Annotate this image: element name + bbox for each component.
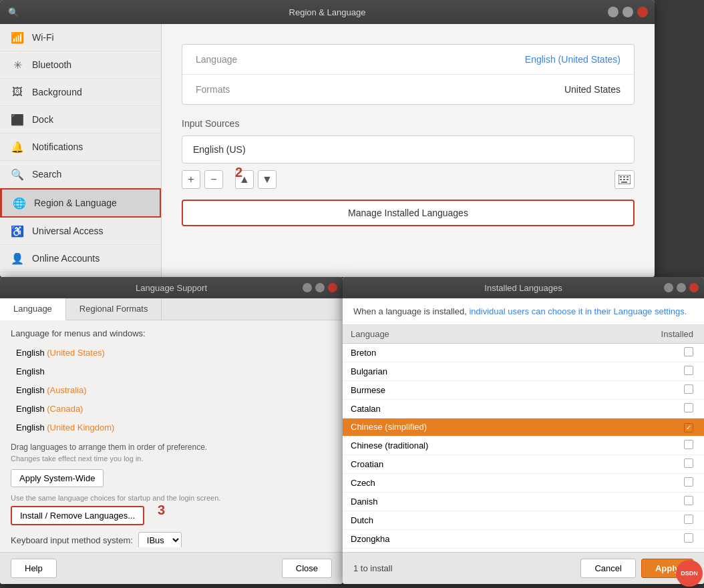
sidebar-item-label: Background <box>32 87 82 97</box>
lang-support-content: Language for menus and windows: English … <box>0 320 343 547</box>
table-row[interactable]: Czech <box>343 473 704 492</box>
lang-installed-checkbox[interactable] <box>576 492 704 511</box>
add-input-button[interactable]: + <box>182 170 200 189</box>
ls-minimize-button[interactable] <box>303 283 312 292</box>
sidebar-item-universal[interactable]: ♿ Universal Access <box>0 218 161 245</box>
lang-name: Catalan <box>343 400 576 418</box>
drag-note: Drag languages to arrange them in order … <box>11 443 332 452</box>
online-icon: 👤 <box>11 252 24 265</box>
sidebar-item-search[interactable]: 🔍 Search 1 <box>0 161 161 188</box>
ls-close-button[interactable] <box>328 283 337 292</box>
installed-langs-titlebar: Installed Languages <box>343 277 704 298</box>
lang-installed-checkbox[interactable] <box>576 455 704 473</box>
sidebar-item-bluetooth[interactable]: ✳ Bluetooth <box>0 51 161 79</box>
languages-table: Language Installed BretonBulgarianBurmes… <box>343 325 704 552</box>
table-row[interactable]: Croatian <box>343 455 704 473</box>
cancel-button[interactable]: Cancel <box>580 559 635 578</box>
lang-installed-checkbox[interactable]: ✓ <box>576 418 704 436</box>
lang-installed-checkbox[interactable] <box>576 436 704 455</box>
apply-system-wide-button[interactable]: Apply System-Wide <box>11 469 104 487</box>
ls-maximize-button[interactable] <box>315 283 325 292</box>
move-down-button[interactable]: ▼ <box>258 170 277 189</box>
manage-languages-button[interactable]: Manage Installed Languages <box>182 200 635 226</box>
list-item[interactable]: English (United States) <box>11 344 332 362</box>
sidebar-item-online[interactable]: 👤 Online Accounts <box>0 245 161 272</box>
ls-close-btn[interactable]: Close <box>282 559 332 578</box>
settings-window-title: Region & Language <box>289 7 366 17</box>
titlebar-controls <box>608 7 648 17</box>
background-icon: 🖼 <box>11 85 24 99</box>
table-row[interactable]: Dzongkha <box>343 529 704 548</box>
lang-installed-checkbox[interactable] <box>576 529 704 548</box>
input-toolbar: + − 2 ▲ ▼ <box>182 170 635 189</box>
lang-subtitle: Language for menus and windows: <box>11 328 332 338</box>
settings-window: 🔍 Region & Language 📶 Wi-Fi ✳ Bluetooth … <box>0 0 655 277</box>
language-row-item[interactable]: Language English (United States) <box>182 45 634 75</box>
main-content: Language English (United States) Formats… <box>162 24 655 277</box>
list-item[interactable]: English (Canada) <box>11 400 332 418</box>
tab-language[interactable]: Language <box>0 298 66 320</box>
lang-installed-checkbox[interactable] <box>576 362 704 381</box>
table-row[interactable]: Danish <box>343 492 704 511</box>
annotation-2: 2 <box>235 165 242 180</box>
install-remove-container: Install / Remove Languages... 3 <box>11 506 144 525</box>
il-maximize-button[interactable] <box>677 283 686 292</box>
input-sources-title: Input Sources <box>182 118 635 129</box>
lang-installed-checkbox[interactable] <box>576 511 704 529</box>
table-row[interactable]: Dutch <box>343 511 704 529</box>
lang-support-bottom-bar: Help Close <box>0 552 343 584</box>
formats-label: Formats <box>196 84 230 95</box>
lang-support-controls <box>303 283 337 292</box>
input-source-item: English (US) <box>182 135 635 164</box>
sidebar-item-notifications[interactable]: 🔔 Notifications <box>0 133 161 161</box>
list-item[interactable]: English (Australia) <box>11 381 332 400</box>
col-installed: Installed <box>576 325 704 344</box>
remove-input-button[interactable]: − <box>204 170 223 189</box>
maximize-button[interactable] <box>623 7 633 17</box>
kbd-label: Keyboard input method system: <box>11 535 133 545</box>
lang-installed-checkbox[interactable] <box>576 381 704 400</box>
list-item[interactable]: English <box>11 362 332 381</box>
il-minimize-button[interactable] <box>664 283 673 292</box>
sidebar-item-background[interactable]: 🖼 Background <box>0 79 161 106</box>
kbd-input-row: Keyboard input method system: IBus <box>11 532 332 547</box>
install-remove-button[interactable]: Install / Remove Languages... <box>11 506 144 525</box>
lang-name: Croatian <box>343 455 576 473</box>
notifications-icon: 🔔 <box>11 140 24 154</box>
lang-installed-checkbox[interactable] <box>576 344 704 362</box>
sidebar-item-dock[interactable]: ⬛ Dock <box>0 106 161 133</box>
help-button[interactable]: Help <box>11 559 57 578</box>
installed-langs-body: Language Installed BretonBulgarianBurmes… <box>343 325 704 552</box>
table-row[interactable]: Chinese (traditional) <box>343 436 704 455</box>
lang-name: Czech <box>343 473 576 492</box>
table-row[interactable]: Catalan <box>343 400 704 418</box>
table-row[interactable]: Burmese <box>343 381 704 400</box>
keyboard-preview-button[interactable] <box>614 170 635 189</box>
sidebar: 📶 Wi-Fi ✳ Bluetooth 🖼 Background ⬛ Dock … <box>0 24 162 277</box>
lang-installed-checkbox[interactable] <box>576 473 704 492</box>
formats-row-item[interactable]: Formats United States <box>182 75 634 104</box>
list-item[interactable]: English (United Kingdom) <box>11 418 332 437</box>
lang-installed-checkbox[interactable] <box>576 400 704 418</box>
sidebar-item-wifi[interactable]: 📶 Wi-Fi <box>0 24 161 51</box>
drag-sub: Changes take effect next time you log in… <box>11 455 332 463</box>
language-support-window: Language Support Language Regional Forma… <box>0 277 343 584</box>
close-button[interactable] <box>637 7 648 17</box>
il-close-button[interactable] <box>689 283 699 292</box>
minimize-button[interactable] <box>608 7 619 17</box>
sidebar-item-region[interactable]: 🌐 Region & Language <box>0 188 161 218</box>
svg-rect-1 <box>620 176 622 178</box>
table-row[interactable]: Chinese (simplified)✓ <box>343 418 704 436</box>
search-icon: 🔍 <box>8 7 19 17</box>
tab-regional[interactable]: Regional Formats <box>66 298 162 320</box>
table-row[interactable]: Bulgarian <box>343 362 704 381</box>
table-row[interactable]: Breton <box>343 344 704 362</box>
lang-name: Burmese <box>343 381 576 400</box>
lang-support-tabs: Language Regional Formats <box>0 298 343 320</box>
universal-icon: ♿ <box>11 224 24 238</box>
svg-rect-6 <box>627 179 629 180</box>
svg-rect-2 <box>623 176 625 178</box>
col-language: Language <box>343 325 576 344</box>
language-label: Language <box>196 54 237 65</box>
kbd-method-select[interactable]: IBus <box>138 532 182 547</box>
